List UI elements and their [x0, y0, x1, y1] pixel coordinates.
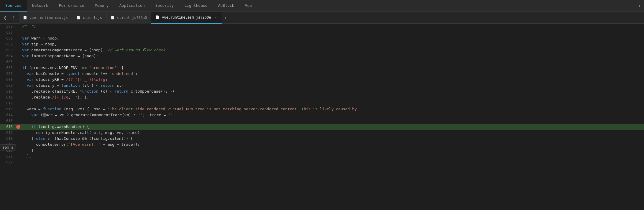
tabs-bar: ❮ ⋮ 📄 vue.runtime.esm.js 📄 client.js 📄 c… — [0, 12, 644, 24]
code-line: 604 var formatComponentName = (noop); — [0, 53, 644, 59]
code-line: 615 — [0, 118, 644, 124]
code-line-breakpoint: 616 if (config.warnHandler) { — [0, 124, 644, 130]
nav-lighthouse-label: Lighthouse — [184, 3, 207, 8]
code-line: 609 var classify = function (str) { retu… — [0, 83, 644, 88]
code-line: 602 var tip = noop; — [0, 41, 644, 47]
dots-icon: ⋮ — [11, 15, 15, 20]
tab-file-icon4: 📄 — [155, 15, 160, 19]
nav-memory-label: Memory — [95, 3, 109, 8]
nav-vue-label: Vue — [245, 3, 252, 8]
tab-file-icon2: 📄 — [76, 16, 80, 19]
code-line: 618 } else if (hasConsole && (!config.si… — [0, 136, 644, 142]
tab-vue-runtime-esm[interactable]: 📄 vue.runtime.esm.js — [19, 12, 72, 24]
tab-file-icon3: 📄 — [111, 16, 115, 19]
nav-item-adblock[interactable]: AdBlock — [213, 0, 240, 12]
nav-network-label: Network — [32, 3, 48, 8]
top-nav: Sources Network Performance Memory Appli… — [0, 0, 644, 12]
sidebar-toggle-button[interactable]: ❮ — [2, 14, 8, 21]
nav-application-label: Application — [119, 3, 145, 8]
more-options-button[interactable]: ⋮ — [10, 14, 17, 21]
code-line: 608 var classifyRE = /(?:^|[-_])(\w)/g; — [0, 77, 644, 83]
nav-security-label: Security — [155, 3, 174, 8]
nav-adblock-label: AdBlock — [218, 3, 234, 8]
code-line: 613 warn = function (msg, vm) { msg = "T… — [0, 106, 644, 112]
code-line: 603 var generateComponentTrace = (noop);… — [0, 47, 644, 53]
tab-label-vue-2b0e: vue.runtime.esm.js?2b0e — [162, 15, 211, 19]
code-line: 600 — [0, 29, 644, 35]
nav-expand-icon[interactable]: › — [635, 3, 644, 9]
code-line: 617 config.warnHandler.call(null, msg, v… — [0, 130, 644, 136]
nav-item-network[interactable]: Network — [27, 0, 54, 12]
nav-item-performance[interactable]: Performance — [54, 0, 90, 12]
nav-item-security[interactable]: Security — [150, 0, 179, 12]
nav-sources-label: Sources — [5, 3, 22, 8]
nav-performance-label: Performance — [59, 3, 84, 8]
code-line: 622 — [0, 159, 644, 165]
code-line: 611 .replace(/[-_]/g, ''); }; — [0, 94, 644, 100]
code-line: 620 } — [0, 147, 644, 153]
code-line: 621 }; — [0, 153, 644, 159]
chevron-left-icon: ❮ — [4, 15, 7, 20]
code-line: 612 — [0, 100, 644, 106]
tab-label-client: client.js — [83, 16, 102, 20]
code-line: 614 var trace = vm ? generateComponentTr… — [0, 112, 644, 118]
tab-label-client-06a0: client.js?06a0 — [117, 16, 147, 20]
tab-file-icon: 📄 — [23, 16, 27, 19]
tooltip-label: rom a — [0, 145, 16, 150]
nav-item-application[interactable]: Application — [114, 0, 150, 12]
nav-item-sources[interactable]: Sources — [0, 0, 27, 12]
code-line: 610 .replace(classifyRE, function (c) { … — [0, 88, 644, 94]
tab-client-js[interactable]: 📄 client.js — [72, 12, 106, 24]
code-line: 619 console.error("[Vue warn]: " + msg +… — [0, 142, 644, 147]
tab-close-button[interactable]: ✕ — [213, 15, 218, 20]
sidebar-toggle-area: ❮ ⋮ — [0, 12, 19, 24]
nav-item-vue[interactable]: Vue — [239, 0, 257, 12]
code-line: 601 var warn = noop; — [0, 35, 644, 41]
code-line: 606 if (process.env.NODE_ENV !== 'produc… — [0, 65, 644, 71]
code-line: 605 — [0, 59, 644, 65]
breakpoint-indicator — [16, 125, 20, 129]
nav-item-lighthouse[interactable]: Lighthouse — [179, 0, 213, 12]
code-line: 599 /* */ — [0, 24, 644, 29]
code-editor: 599 /* */ 600 601 var warn = noop; 602 v… — [0, 24, 644, 210]
nav-item-memory[interactable]: Memory — [90, 0, 114, 12]
tab-label-vue-runtime: vue.runtime.esm.js — [29, 16, 68, 20]
tab-expand-right[interactable]: › — [222, 15, 228, 20]
tab-client-js-06a0[interactable]: 📄 client.js?06a0 — [106, 12, 151, 24]
tab-vue-runtime-2b0e[interactable]: 📄 vue.runtime.esm.js?2b0e ✕ — [151, 12, 222, 24]
code-line: 607 var hasConsole = typeof console !== … — [0, 71, 644, 77]
